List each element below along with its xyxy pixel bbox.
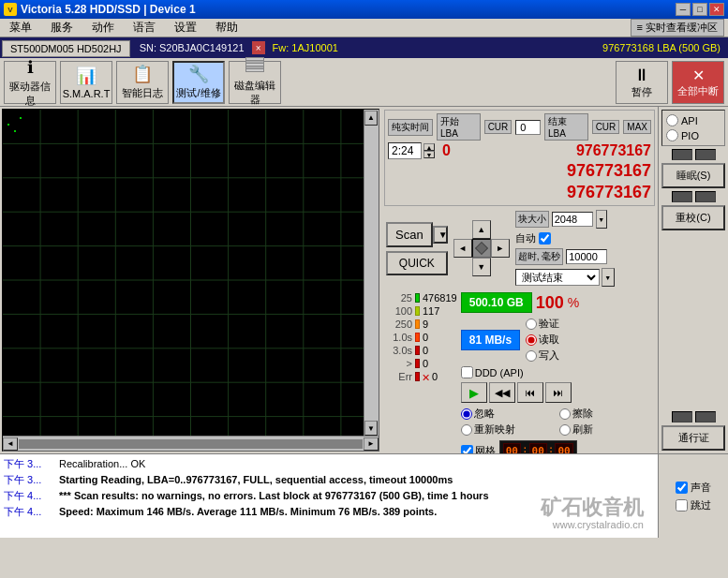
read-option[interactable]: 读取 [526, 333, 559, 347]
scan-dropdown-button[interactable]: ▼ [433, 226, 448, 244]
transport-buttons: ▶ ◀◀ ⏮ ⏭ [461, 382, 653, 403]
menu-item-action[interactable]: 动作 [86, 19, 120, 37]
skip-prev-button[interactable]: ⏮ [517, 382, 543, 403]
stop-button[interactable]: ✕ 全部中断 [672, 61, 724, 104]
timeout-input[interactable] [566, 249, 607, 264]
play-button[interactable]: ▶ [461, 382, 487, 403]
read-radio[interactable] [526, 334, 537, 346]
remap-option[interactable]: 重新映射 [461, 422, 555, 437]
scan-button[interactable]: Scan [386, 222, 433, 247]
stat-bar-4 [415, 346, 420, 355]
drive-lba: 976773168 LBA (500 GB) [595, 42, 728, 53]
cert-button[interactable]: 通行证 [661, 425, 725, 451]
menu-item-help[interactable]: 帮助 [210, 19, 244, 37]
lba-row4: 976773167 [388, 183, 651, 202]
stat-row-4: 3.0s 0 [386, 345, 457, 356]
minimize-button[interactable]: ─ [676, 3, 691, 16]
nav-right-button[interactable]: ► [491, 239, 510, 258]
nav-down-button[interactable]: ▼ [472, 258, 491, 276]
scroll-right-button[interactable]: ► [364, 437, 379, 451]
graph-vscrollbar[interactable]: ▲ ▼ [364, 110, 379, 436]
ignore-option[interactable]: 忽略 [461, 407, 555, 421]
err-x-icon: ✕ [422, 372, 430, 384]
led2-left [672, 191, 692, 202]
pause-button[interactable]: ⏸ 暂停 [616, 61, 668, 104]
sleep-button[interactable]: 睡眠(S) [661, 163, 725, 188]
block-size-spinner[interactable]: ▼ [596, 210, 607, 229]
menu-item-language[interactable]: 语言 [127, 19, 161, 37]
grid-time-row: 网格 00 : 00 : 00 [461, 440, 653, 453]
test-repair-button[interactable]: 🔧 测试/维修 [172, 61, 225, 104]
write-option[interactable]: 写入 [526, 348, 559, 363]
ddd-checkbox[interactable] [461, 366, 473, 378]
remap-radio[interactable] [461, 424, 472, 436]
time-input[interactable] [388, 142, 422, 159]
log-line-1: 下午 3... Starting Reading, LBA=0..9767731… [4, 472, 654, 488]
drive-info-button[interactable]: ℹ 驱动器信息 [4, 61, 56, 104]
write-radio[interactable] [526, 350, 537, 362]
nav-left-button[interactable]: ◄ [453, 239, 472, 258]
smart-log-button[interactable]: 📋 智能日志 [116, 61, 169, 104]
skip-next-button[interactable]: ⏭ [545, 382, 572, 403]
api-radio[interactable] [666, 114, 678, 126]
menu-item-service[interactable]: 服务 [45, 19, 79, 37]
timeout-label: 超时, 毫秒 [515, 248, 564, 265]
pio-option[interactable]: PIO [666, 129, 721, 141]
erase-option[interactable]: 擦除 [559, 407, 653, 421]
maximize-button[interactable]: □ [692, 3, 707, 16]
sound-checkbox[interactable] [676, 482, 688, 494]
diamond-nav: ▲ ◄ ► ▼ [453, 220, 510, 276]
auto-checkbox[interactable] [539, 232, 551, 245]
time-down-button[interactable]: ▼ [423, 151, 435, 158]
percent-value: 100 [536, 293, 564, 313]
cur2-label: CUR [592, 120, 620, 134]
close-button[interactable]: ✕ [709, 3, 724, 16]
pause-icon: ⏸ [633, 66, 650, 85]
stat-row-6: Err ✕ 0 [386, 371, 457, 382]
title-bar: V Victoria 5.28 HDD/SSD | Device 1 ─ □ ✕ [0, 0, 728, 19]
drive-tab[interactable]: ST500DM005 HD502HJ [2, 40, 130, 57]
grid-option[interactable]: 网格 [461, 444, 496, 453]
scroll-down-button[interactable]: ▼ [364, 421, 378, 436]
api-option[interactable]: API [666, 114, 721, 126]
result-select[interactable]: 测试结束 [515, 269, 600, 286]
menu-item-file[interactable]: 菜单 [4, 19, 37, 37]
verify-option[interactable]: 验证 [526, 317, 559, 331]
smart-button[interactable]: 📊 S.M.A.R.T [60, 61, 112, 104]
block-settings: 块大小 ▼ 自动 超时, 毫秒 测试结束 ▼ [515, 210, 653, 287]
menu-item-settings[interactable]: 设置 [169, 19, 202, 37]
nav-up-button[interactable]: ▲ [472, 220, 491, 239]
grid-checkbox[interactable] [461, 445, 473, 453]
max-label: MAX [623, 120, 651, 134]
skip-option[interactable]: 跳过 [676, 498, 711, 512]
rewind-button[interactable]: ◀◀ [489, 382, 515, 403]
erase-radio[interactable] [559, 408, 571, 420]
scroll-up-button[interactable]: ▲ [364, 111, 378, 126]
refresh-radio[interactable] [559, 424, 571, 436]
realtime-buffer-button[interactable]: ≡ 实时查看缓冲区 [631, 19, 724, 37]
graph-scrollbar[interactable]: ◄ ► [3, 436, 379, 451]
scroll-left-button[interactable]: ◄ [3, 437, 18, 451]
stat-bar-5 [415, 359, 420, 368]
nav-empty-br [491, 258, 510, 276]
disk-editor-button[interactable]: 磁盘编辑器 [229, 61, 281, 104]
ignore-radio[interactable] [461, 408, 472, 420]
time-up-button[interactable]: ▲ [423, 143, 435, 151]
log-line-0: 下午 3... Recalibration... OK [4, 456, 654, 472]
editor-icon [245, 57, 264, 77]
block-size-input[interactable] [552, 212, 593, 227]
api-pio-group: API PIO [661, 110, 725, 146]
sound-option[interactable]: 声音 [676, 481, 711, 495]
verify-radio[interactable] [526, 319, 537, 330]
refresh-option[interactable]: 刷新 [559, 422, 653, 437]
log-area[interactable]: 下午 3... Recalibration... OK 下午 3... Star… [0, 454, 658, 538]
quick-button[interactable]: QUICK [386, 251, 448, 275]
time-spinners: ▲ ▼ [423, 143, 435, 158]
recalibrate-button[interactable]: 重校(C) [661, 205, 725, 230]
toolbar: ℹ 驱动器信息 📊 S.M.A.R.T 📋 智能日志 🔧 测试/维修 磁盘编辑器… [0, 58, 728, 107]
pio-radio[interactable] [666, 129, 678, 141]
results-section: 500.10 GB 100 % 81 MB/s 验证 读取 [461, 292, 653, 453]
drive-close-button[interactable]: × [252, 41, 265, 54]
skip-checkbox[interactable] [676, 499, 688, 511]
result-dropdown-button[interactable]: ▼ [602, 268, 615, 287]
